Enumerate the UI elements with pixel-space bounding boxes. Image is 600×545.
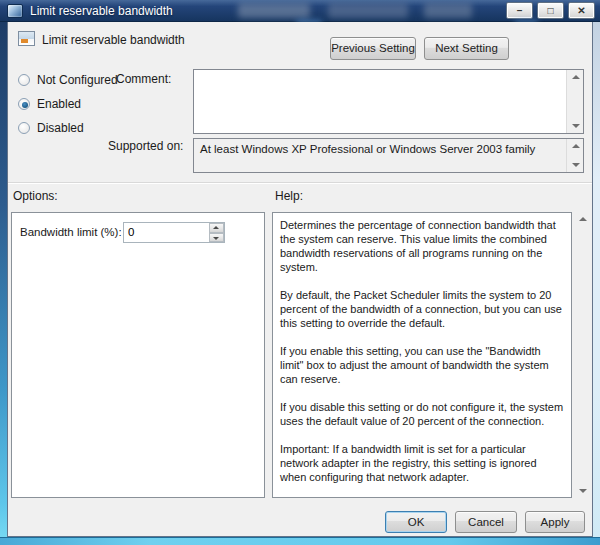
spin-down-button[interactable] [209,233,224,243]
policy-setting-icon [18,31,35,46]
section-divider [8,182,592,184]
window-border-bottom [0,537,600,545]
help-text-panel: Determines the percentage of connection … [272,212,572,498]
blurred-background-text [328,3,408,18]
help-paragraph: Important: If a bandwidth limit is set f… [280,442,564,484]
options-panel: Bandwidth limit (%): 0 [11,212,265,498]
bandwidth-limit-label: Bandwidth limit (%): [20,226,122,238]
dialog-client-area: Limit reservable bandwidth Previous Sett… [7,22,593,537]
spin-up-button[interactable] [209,223,224,233]
window-border-right [593,22,600,545]
blurred-background-text [238,3,310,18]
supported-on-field: At least Windows XP Professional or Wind… [193,138,584,173]
scroll-down-icon[interactable] [572,124,580,128]
radio-label[interactable]: Not Configured [37,73,118,87]
comment-scrollbar[interactable] [566,70,583,133]
window-app-icon [7,4,23,18]
radio-circle-icon[interactable] [18,74,30,86]
minimize-button[interactable]: – [506,2,533,19]
bandwidth-limit-value[interactable]: 0 [128,226,134,238]
help-section-label: Help: [275,189,303,203]
titlebar: Limit reservable bandwidth – □ ✕ [0,0,600,22]
spinner-buttons [209,223,224,242]
scroll-down-icon [572,163,580,167]
apply-button[interactable]: Apply [525,511,585,533]
maximize-button[interactable]: □ [537,2,564,19]
scroll-up-icon[interactable] [579,217,587,221]
window-title: Limit reservable bandwidth [30,4,173,18]
help-paragraph: If you enable this setting, you can use … [280,344,564,386]
next-setting-button[interactable]: Next Setting [424,37,509,60]
bandwidth-limit-spinner[interactable]: 0 [123,222,225,243]
scroll-down-icon[interactable] [579,489,587,493]
blurred-background-text [424,3,472,18]
scroll-up-icon[interactable] [572,75,580,79]
options-section-label: Options: [13,189,58,203]
window-border-left [0,22,7,545]
scroll-up-icon [572,144,580,148]
setting-name-heading: Limit reservable bandwidth [42,33,185,47]
cancel-button[interactable]: Cancel [455,511,517,533]
spin-down-icon [213,237,219,240]
radio-circle-icon[interactable] [18,122,30,134]
comment-textarea[interactable] [193,69,584,134]
radio-label[interactable]: Disabled [37,121,84,135]
help-scrollbar[interactable] [575,212,591,498]
radio-circle-icon[interactable] [18,98,30,110]
comment-label: Comment: [116,72,171,86]
supported-on-value: At least Windows XP Professional or Wind… [200,143,561,155]
supported-on-label: Supported on: [108,139,183,153]
previous-setting-button[interactable]: Previous Setting [330,37,416,60]
ok-button[interactable]: OK [385,511,447,533]
supported-scrollbar [566,139,583,172]
help-paragraph: If you disable this setting or do not co… [280,400,564,428]
close-button[interactable]: ✕ [568,2,595,19]
spin-up-icon [213,226,219,229]
help-paragraph: By default, the Packet Scheduler limits … [280,288,564,330]
policy-setting-window: Limit reservable bandwidth – □ ✕ Limit r… [0,0,600,545]
radio-label[interactable]: Enabled [37,97,81,111]
help-paragraph: Determines the percentage of connection … [280,218,564,274]
